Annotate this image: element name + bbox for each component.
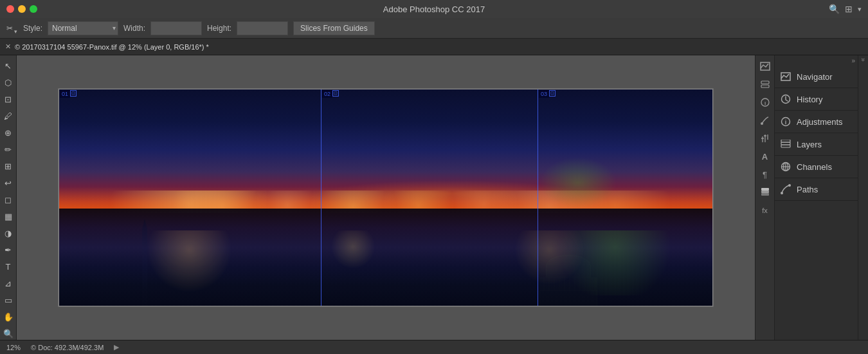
hand-tool[interactable]: ✋ (1, 310, 15, 323)
height-input[interactable] (237, 21, 288, 35)
slice-icon-02: ⊡ (332, 90, 339, 97)
style-label: Style: (23, 24, 42, 33)
minimize-button[interactable] (18, 5, 26, 13)
paths-label: Paths (797, 185, 818, 194)
slice-guide-03: 03 ⊡ (538, 89, 538, 306)
right-collapse-arrow[interactable]: » (860, 58, 867, 62)
slice-guide-01: 01 ⊡ (59, 89, 59, 306)
doc-info: © Doc: 492.3M/492.3M (31, 344, 104, 351)
svg-point-26 (788, 184, 791, 187)
left-toolbox: ↖ ⬡ ⊡ 🖊 ⊕ ✏ ⊞ ↩ ◻ ▦ ◑ ✒ T ⊿ ▭ ✋ 🔍 (0, 55, 17, 340)
arrange-panel-icon[interactable] (758, 77, 772, 91)
tool-dropdown-arrow[interactable]: ▾ (14, 28, 17, 35)
layers-panel-item[interactable]: Layers (775, 133, 858, 156)
doc-close-button[interactable]: ✕ (5, 42, 11, 51)
history-label: History (797, 95, 822, 104)
eraser-tool[interactable]: ◻ (1, 193, 15, 206)
paragraph-panel-icon[interactable]: ¶ (758, 167, 772, 182)
dodge-tool[interactable]: ◑ (1, 227, 15, 239)
adjustments-panel-icon[interactable] (758, 131, 772, 145)
svg-rect-19 (781, 142, 790, 145)
paths-icon (780, 183, 791, 195)
info-panel-icon[interactable]: i (758, 95, 772, 109)
slice-tool-icon[interactable]: ✂ ▾ (5, 22, 18, 35)
document-tabs: ✕ © 20170317104 55967-Panox.tif @ 12% (L… (0, 39, 868, 55)
right-collapse-bar: » (858, 55, 868, 340)
adjustments-icon: i (780, 116, 791, 127)
titlebar: Adobe Photoshop CC 2017 🔍 ⊞ ▾ (0, 0, 868, 18)
statusbar: 12% © Doc: 492.3M/492.3M ▶ (0, 340, 868, 354)
navigator-panel-icon[interactable] (758, 59, 772, 73)
heal-tool[interactable]: ⊕ (1, 126, 15, 139)
history-panel-item[interactable]: History (775, 88, 858, 111)
statusbar-arrow[interactable]: ▶ (114, 343, 119, 351)
svg-rect-18 (781, 145, 790, 147)
svg-rect-2 (761, 85, 769, 88)
gradient-tool[interactable]: ▦ (1, 210, 15, 223)
svg-rect-11 (761, 193, 769, 196)
svg-point-25 (781, 192, 783, 194)
right-iconbar: i A ¶ fx (755, 55, 774, 340)
svg-point-5 (761, 122, 763, 125)
svg-rect-13 (761, 188, 769, 191)
zoom-level: 12% (6, 344, 21, 351)
canvas-image: 01 ⊡ 02 ⊡ 03 ⊡ (58, 88, 714, 307)
clone-tool[interactable]: ⊞ (1, 160, 15, 172)
panel-collapse-top: » (775, 55, 858, 66)
channels-label: Channels (797, 162, 832, 172)
eyedropper-tool[interactable]: 🖊 (1, 109, 15, 122)
zoom-tool[interactable]: 🔍 (1, 327, 15, 340)
canvas-area[interactable]: 01 ⊡ 02 ⊡ 03 ⊡ (17, 55, 755, 340)
maximize-button[interactable] (30, 5, 37, 13)
window-controls (6, 5, 37, 13)
history-brush-tool[interactable]: ↩ (1, 176, 15, 189)
slice-icon-03: ⊡ (549, 90, 556, 97)
layers-panel-icon[interactable] (758, 185, 772, 200)
shape-tool[interactable]: ▭ (1, 293, 15, 306)
layers-label: Layers (797, 140, 822, 149)
navigator-panel-item[interactable]: Navigator (775, 66, 858, 88)
channels-panel-item[interactable]: Channels (775, 156, 858, 178)
right-panels: » Navigator History i Adjustments Layers (774, 55, 858, 340)
canvas-container: 01 ⊡ 02 ⊡ 03 ⊡ (58, 88, 714, 307)
pen-tool[interactable]: ✒ (1, 243, 15, 256)
slice-guide-02: 02 ⊡ (321, 89, 321, 306)
slices-from-guides-button[interactable]: Slices From Guides (293, 21, 375, 35)
height-label: Height: (207, 24, 231, 33)
slice-label-02: 02 (322, 90, 332, 98)
width-input[interactable] (150, 21, 202, 35)
options-toolbar: ✂ ▾ Style: Normal Width: Height: Slices … (0, 18, 868, 39)
width-label: Width: (123, 24, 145, 33)
style-select[interactable]: Normal (48, 21, 118, 35)
slice-label-03: 03 (539, 90, 549, 98)
layers-icon (780, 138, 791, 150)
layout-icon[interactable]: ⊞ (845, 4, 853, 14)
type-panel-icon[interactable]: A (758, 149, 772, 163)
main-area: ↖ ⬡ ⊡ 🖊 ⊕ ✏ ⊞ ↩ ◻ ▦ ◑ ✒ T ⊿ ▭ ✋ 🔍 (0, 55, 868, 340)
document-tab-label: © 20170317104 55967-Panox.tif @ 12% (Lay… (15, 43, 209, 51)
water-reflection (59, 209, 713, 306)
navigator-icon (780, 71, 791, 82)
close-button[interactable] (6, 5, 14, 13)
style-select-wrap: Normal (48, 21, 118, 35)
svg-text:i: i (764, 100, 765, 106)
style-panel-icon[interactable]: fx (758, 203, 772, 218)
svg-rect-12 (761, 191, 769, 193)
svg-text:i: i (785, 119, 787, 126)
move-tool[interactable]: ↖ (1, 59, 15, 72)
adjustments-panel-item[interactable]: i Adjustments (775, 111, 858, 133)
chevron-down-icon[interactable]: ▾ (858, 5, 862, 14)
search-icon[interactable]: 🔍 (829, 4, 840, 14)
svg-rect-1 (761, 81, 769, 84)
brush-tool[interactable]: ✏ (1, 143, 15, 156)
crop-tool[interactable]: ⊡ (1, 93, 15, 106)
collapse-arrow[interactable]: » (851, 57, 855, 64)
brush-panel-icon[interactable] (758, 113, 772, 127)
navigator-label: Navigator (797, 72, 833, 82)
type-tool[interactable]: T (1, 260, 15, 273)
paths-panel-item[interactable]: Paths (775, 178, 858, 201)
lasso-tool[interactable]: ⬡ (1, 76, 15, 89)
channels-icon (780, 161, 791, 172)
history-icon (780, 93, 791, 105)
path-tool[interactable]: ⊿ (1, 277, 15, 290)
